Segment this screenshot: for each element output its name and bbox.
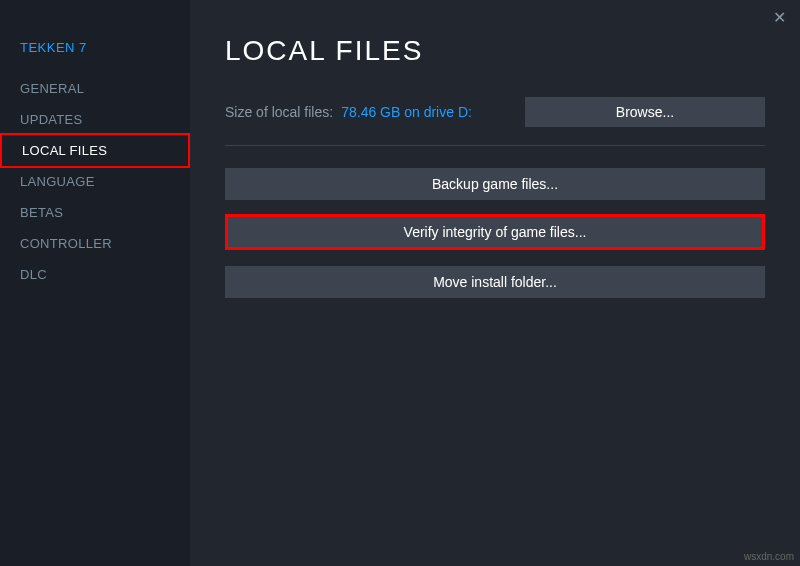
nav-language[interactable]: LANGUAGE: [0, 166, 190, 197]
nav-dlc[interactable]: DLC: [0, 259, 190, 290]
sidebar: TEKKEN 7 GENERAL UPDATES LOCAL FILES LAN…: [0, 0, 190, 566]
page-title: LOCAL FILES: [225, 35, 765, 67]
watermark: wsxdn.com: [744, 551, 794, 562]
size-row: Size of local files: 78.46 GB on drive D…: [225, 97, 765, 127]
nav-updates[interactable]: UPDATES: [0, 104, 190, 135]
move-button[interactable]: Move install folder...: [225, 266, 765, 298]
divider: [225, 145, 765, 146]
nav-general[interactable]: GENERAL: [0, 73, 190, 104]
backup-button[interactable]: Backup game files...: [225, 168, 765, 200]
verify-button[interactable]: Verify integrity of game files...: [225, 214, 765, 250]
nav-local-files[interactable]: LOCAL FILES: [0, 133, 190, 168]
main-panel: LOCAL FILES Size of local files: 78.46 G…: [190, 0, 800, 566]
nav-controller[interactable]: CONTROLLER: [0, 228, 190, 259]
size-label: Size of local files:: [225, 104, 333, 120]
nav-betas[interactable]: BETAS: [0, 197, 190, 228]
size-value: 78.46 GB on drive D:: [341, 104, 472, 120]
game-title: TEKKEN 7: [0, 32, 190, 73]
browse-button[interactable]: Browse...: [525, 97, 765, 127]
